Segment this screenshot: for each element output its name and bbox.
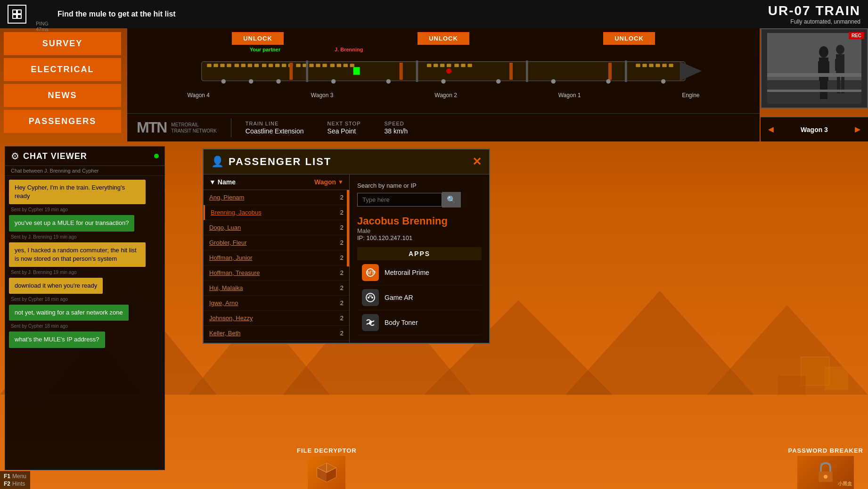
- svg-point-77: [819, 46, 828, 58]
- mtn-divider: [231, 118, 231, 137]
- svg-point-72: [606, 79, 610, 83]
- svg-rect-36: [330, 64, 335, 67]
- wagon-nav-label: Wagon 3: [801, 126, 828, 133]
- passenger-wagon-8: 2: [334, 315, 344, 322]
- passenger-detail: Jacobus Brenning Male IP: 100.120.247.10…: [357, 215, 482, 243]
- app-icon: [8, 5, 26, 24]
- svg-rect-37: [337, 64, 341, 67]
- svg-point-97: [369, 321, 372, 324]
- passenger-name-1: Brenning, Jacobus: [211, 209, 334, 216]
- svg-rect-13: [13, 10, 16, 14]
- passengers-button[interactable]: PASSENGERS: [4, 110, 121, 133]
- name-filter-arrow[interactable]: ▼: [209, 178, 216, 186]
- list-controls: ▼ Name Wagon ▼: [204, 174, 349, 190]
- chat-messages[interactable]: Hey Cypher, I'm in the train. Everything…: [5, 176, 164, 470]
- train-line-value: Coastline Extension: [246, 127, 304, 135]
- svg-rect-34: [316, 64, 320, 67]
- fkeys: F1Menu F2Hints: [0, 471, 30, 489]
- column-wagon: Wagon ▼: [314, 178, 344, 186]
- passenger-modal: 👤 PASSENGER LIST ✕ ▼ Name Wagon ▼ Ang, P…: [203, 149, 490, 344]
- svg-rect-19: [213, 64, 218, 67]
- password-breaker[interactable]: PASSWORD BREAKER 小黑盒: [788, 447, 864, 489]
- passenger-icon: 👤: [211, 156, 224, 168]
- svg-point-95: [371, 297, 373, 298]
- svg-rect-56: [467, 64, 472, 67]
- search-button[interactable]: 🔍: [442, 192, 461, 207]
- chat-meta-3: Sent by J. Brenning 19 min ago: [9, 269, 161, 276]
- passenger-row-4[interactable]: Hoffman, Junior 2: [204, 250, 349, 265]
- passenger-row-0[interactable]: Ang, Pienam 2: [204, 190, 349, 205]
- news-button[interactable]: NEWS: [4, 84, 121, 107]
- chat-meta-2: Sent by J. Brenning 19 min ago: [9, 233, 161, 240]
- wagon-labels: Wagon 4 Wagon 3 Wagon 2 Wagon 1 Engine: [127, 92, 760, 99]
- survey-button[interactable]: SURVEY: [4, 32, 121, 55]
- train-line-label: TRAIN LINE: [246, 121, 304, 126]
- passenger-wagon-0: 2: [334, 194, 344, 201]
- search-input[interactable]: [357, 193, 442, 207]
- chat-message-2: you've set up a MULE for our transaction…: [9, 215, 134, 231]
- svg-rect-86: [841, 59, 844, 71]
- chat-icon: ⚙: [11, 150, 19, 162]
- modal-close-button[interactable]: ✕: [472, 155, 482, 168]
- ip-value: 100.120.247.101: [367, 234, 413, 241]
- wagon-prev-arrow[interactable]: ◄: [766, 124, 776, 135]
- passenger-rows[interactable]: Ang, Pienam 2 Brenning, Jacobus 2 Dogo, …: [204, 190, 349, 343]
- search-label: Search by name or IP: [357, 182, 482, 189]
- passenger-name-4: Hoffman, Junior: [209, 254, 334, 261]
- svg-rect-26: [262, 64, 266, 67]
- svg-point-66: [276, 79, 280, 83]
- passenger-list-column: ▼ Name Wagon ▼ Ang, Pienam 2 Brenning, J…: [204, 174, 350, 343]
- svg-rect-51: [434, 64, 438, 67]
- chat-meta-5: Sent by Cypher 18 min ago: [9, 323, 161, 330]
- svg-rect-21: [227, 64, 231, 67]
- passenger-row-2[interactable]: Dogo, Luan 2: [204, 220, 349, 235]
- mtn-bar: MTN METRORAIL TRANSIT NETWORK TRAIN LINE…: [127, 113, 760, 141]
- app-icon-1: [362, 289, 379, 306]
- passenger-row-6[interactable]: Hui, Malaika 2: [204, 281, 349, 296]
- camera-feed-inner: REC: [762, 29, 867, 108]
- svg-rect-49: [608, 63, 612, 80]
- svg-rect-96: [369, 295, 371, 297]
- file-decryptor[interactable]: FILE DECRYPTOR: [297, 447, 357, 489]
- top-bar: PING 47ms Find the mule to get at the hi…: [0, 0, 868, 28]
- passenger-wagon-7: 2: [334, 299, 344, 307]
- passenger-row-9[interactable]: Keller, Beth 2: [204, 326, 349, 341]
- chat-title: CHAT VIEWER: [23, 151, 150, 161]
- passenger-name-0: Ang, Pienam: [209, 194, 334, 201]
- app-row-2[interactable]: Body Toner: [357, 310, 482, 335]
- mtn-letters: MTN: [137, 119, 166, 136]
- svg-rect-39: [350, 64, 354, 67]
- electrical-button[interactable]: ELECTRICAL: [4, 58, 121, 81]
- svg-point-71: [551, 79, 556, 83]
- svg-point-83: [836, 45, 844, 54]
- chat-header: ⚙ CHAT VIEWER: [5, 147, 164, 166]
- passenger-row-5[interactable]: Hoffman, Treasure 2: [204, 265, 349, 281]
- modal-body: ▼ Name Wagon ▼ Ang, Pienam 2 Brenning, J…: [204, 174, 489, 343]
- passenger-wagon-4: 2: [334, 254, 344, 261]
- chat-subheader: Chat between J. Brenning and Cypher: [5, 166, 164, 176]
- chat-message-4: download it when you're ready: [9, 278, 103, 294]
- passenger-row-8[interactable]: Johnson, Hezzy 2: [204, 311, 349, 326]
- detail-panel: Search by name or IP 🔍 Jacobus Brenning …: [350, 174, 489, 343]
- svg-point-67: [331, 79, 336, 83]
- unlock-button-3[interactable]: UNLOCK: [603, 32, 655, 45]
- unlock-button-2[interactable]: UNLOCK: [418, 32, 469, 45]
- svg-rect-50: [427, 64, 431, 67]
- svg-rect-27: [269, 64, 273, 67]
- app-row-0[interactable]: MTN Metrorail Prime: [357, 260, 482, 285]
- wagon-next-arrow[interactable]: ►: [853, 124, 862, 135]
- passenger-name-6: Hui, Malaika: [209, 284, 334, 291]
- app-row-1[interactable]: Game AR: [357, 285, 482, 310]
- app-name-2: Body Toner: [385, 319, 418, 326]
- svg-point-41: [446, 68, 452, 74]
- wagon-filter-arrow[interactable]: ▼: [338, 179, 344, 185]
- chat-message-5: not yet, waiting for a safer network zon…: [9, 305, 129, 321]
- passenger-row-7[interactable]: Igwe, Arno 2: [204, 296, 349, 311]
- passenger-row-1[interactable]: Brenning, Jacobus 2: [204, 205, 349, 220]
- password-breaker-icon: 小黑盒: [797, 456, 854, 489]
- name-column-label: Name: [218, 178, 236, 186]
- speed-info: SPEED 38 km/h: [385, 121, 408, 135]
- unlock-button-1[interactable]: UNLOCK: [232, 32, 284, 45]
- passenger-row-3[interactable]: Grobler, Fleur 2: [204, 235, 349, 250]
- svg-rect-58: [636, 64, 640, 67]
